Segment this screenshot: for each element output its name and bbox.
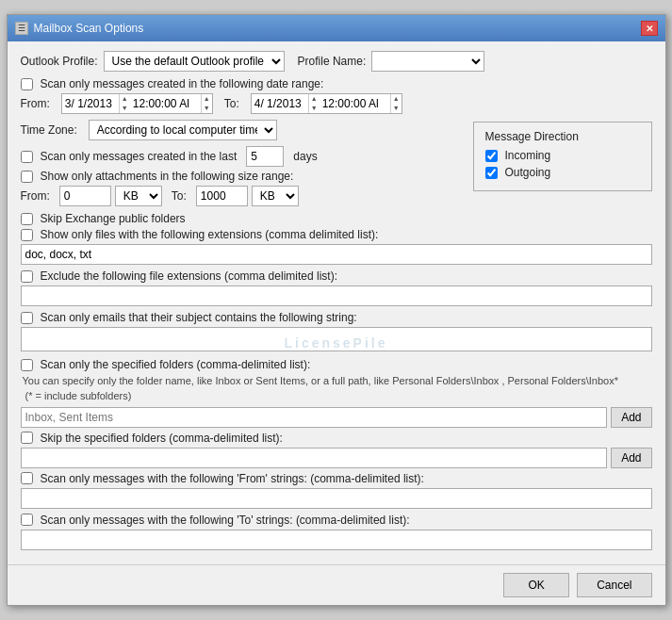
from-strings-checkbox[interactable] [21, 472, 33, 484]
attachments-size-checkbox-row: Show only attachments in the following s… [21, 170, 464, 183]
window-icon: ☰ [15, 22, 28, 35]
to-strings-row: Scan only messages with the following 'T… [21, 514, 652, 527]
to-date-down[interactable]: ▼ [309, 104, 320, 113]
profile-name-select[interactable] [371, 51, 484, 72]
show-extensions-input[interactable] [21, 244, 652, 265]
to-time-down[interactable]: ▼ [391, 104, 402, 113]
from-date-input[interactable] [62, 94, 119, 113]
last-days-row: Scan only messages created in the last d… [21, 146, 464, 167]
size-from-label: From: [21, 189, 50, 203]
to-time-input[interactable] [320, 94, 390, 113]
subject-filter-checkbox[interactable] [21, 312, 33, 324]
from-time-up[interactable]: ▲ [202, 94, 212, 104]
subject-filter-row: Scan only emails that their subject cont… [21, 311, 652, 324]
skip-folders-checkbox[interactable] [21, 432, 33, 444]
ok-button[interactable]: OK [503, 573, 569, 597]
scan-date-range-checkbox[interactable] [21, 78, 33, 90]
attachments-size-label: Show only attachments in the following s… [41, 170, 294, 183]
from-date-down[interactable]: ▼ [120, 104, 130, 113]
to-date-up[interactable]: ▲ [309, 94, 320, 104]
from-date-up[interactable]: ▲ [120, 94, 130, 104]
show-extensions-input-row [21, 244, 652, 265]
attachments-size-checkbox[interactable] [21, 171, 33, 183]
last-days-input[interactable] [246, 146, 284, 167]
scan-folders-add-button[interactable]: Add [611, 407, 651, 428]
exclude-extensions-row: Exclude the following file extensions (c… [21, 269, 652, 283]
size-to-label: To: [172, 189, 187, 203]
from-strings-input-row [21, 488, 652, 509]
outgoing-label: Outgoing [505, 166, 551, 179]
incoming-row: Incoming [485, 149, 640, 162]
cancel-button[interactable]: Cancel [577, 573, 651, 597]
scan-folders-checkbox[interactable] [21, 359, 33, 371]
from-date-input-group: ▲ ▼ ▲ ▼ [61, 93, 213, 114]
message-direction-title: Message Direction [485, 130, 640, 143]
title-bar: ☰ Mailbox Scan Options ✕ [8, 15, 665, 41]
subject-filter-input[interactable] [21, 327, 652, 351]
to-strings-input-row [21, 530, 652, 550]
show-extensions-label: Show only files with the following exten… [41, 228, 379, 241]
profile-name-label: Profile Name: [298, 55, 367, 68]
exclude-extensions-label: Exclude the following file extensions (c… [41, 269, 337, 283]
days-label: days [293, 150, 317, 163]
message-direction-box: Message Direction Incoming Outgoing [473, 122, 652, 191]
size-from-to-row: From: KB To: KB [21, 186, 464, 206]
left-panel: Time Zone: According to local computer t… [21, 120, 464, 212]
scan-folders-input[interactable] [21, 407, 608, 428]
last-days-checkbox[interactable] [21, 151, 33, 163]
to-strings-input[interactable] [21, 530, 652, 550]
bottom-bar: OK Cancel [8, 564, 665, 605]
size-to-unit-select[interactable]: KB [252, 186, 299, 206]
outgoing-checkbox[interactable] [485, 167, 498, 179]
to-date-input-group: ▲ ▼ ▲ ▼ [251, 93, 402, 114]
scan-date-range-label: Scan only messages created in the follow… [41, 77, 324, 90]
skip-exchange-checkbox[interactable] [21, 213, 33, 225]
scan-folders-info: You can specify only the folder name, li… [21, 374, 652, 403]
skip-exchange-row: Skip Exchange public folders [21, 212, 652, 225]
skip-folders-add-button[interactable]: Add [611, 448, 651, 468]
skip-exchange-label: Skip Exchange public folders [41, 212, 186, 225]
last-days-label: Scan only messages created in the last [41, 150, 238, 163]
from-date-arrows: ▲ ▼ [119, 94, 130, 113]
date-from-to-row: From: ▲ ▼ ▲ ▼ To: ▲ ▼ [21, 93, 652, 114]
window-title: Mailbox Scan Options [34, 22, 144, 35]
to-date-label: To: [224, 97, 239, 110]
to-strings-checkbox[interactable] [21, 514, 33, 526]
timezone-row: Time Zone: According to local computer t… [21, 120, 464, 140]
timezone-label: Time Zone: [21, 123, 77, 137]
size-from-input[interactable] [59, 186, 111, 206]
show-extensions-checkbox[interactable] [21, 229, 33, 241]
skip-folders-input-row: Add [21, 448, 652, 468]
exclude-extensions-input[interactable] [21, 286, 652, 306]
outlook-profile-select[interactable]: Use the default Outlook profile [104, 51, 285, 72]
to-date-input[interactable] [252, 94, 308, 113]
exclude-extensions-input-row [21, 286, 652, 306]
skip-folders-input[interactable] [21, 448, 608, 468]
size-to-input[interactable] [196, 186, 248, 206]
timezone-select[interactable]: According to local computer time zone [89, 120, 277, 140]
from-strings-row: Scan only messages with the following 'F… [21, 472, 652, 485]
scan-folders-input-row: Add [21, 407, 652, 428]
scan-folders-label: Scan only the specified folders (comma-d… [41, 358, 311, 371]
scan-date-range-row: Scan only messages created in the follow… [21, 77, 652, 90]
scan-folders-row: Scan only the specified folders (comma-d… [21, 358, 652, 371]
from-strings-input[interactable] [21, 488, 652, 509]
outgoing-row: Outgoing [485, 166, 640, 179]
close-button[interactable]: ✕ [641, 21, 658, 36]
to-strings-label: Scan only messages with the following 'T… [41, 514, 410, 527]
from-time-down[interactable]: ▼ [202, 104, 212, 113]
from-time-input[interactable] [130, 94, 201, 113]
to-time-arrows: ▲ ▼ [390, 94, 402, 113]
exclude-extensions-checkbox[interactable] [21, 270, 33, 283]
skip-folders-label: Skip the specified folders (comma-delimi… [41, 432, 283, 445]
skip-folders-row: Skip the specified folders (comma-delimi… [21, 432, 652, 445]
to-time-up[interactable]: ▲ [391, 94, 402, 104]
size-from-unit-select[interactable]: KB [115, 186, 162, 206]
title-bar-left: ☰ Mailbox Scan Options [15, 22, 144, 35]
from-date-label: From: [21, 97, 50, 110]
right-panel: Message Direction Incoming Outgoing [464, 122, 652, 212]
subject-filter-label: Scan only emails that their subject cont… [41, 311, 357, 324]
outlook-profile-row: Outlook Profile: Use the default Outlook… [21, 51, 652, 72]
incoming-checkbox[interactable] [485, 150, 498, 162]
from-time-arrows: ▲ ▼ [201, 94, 212, 113]
